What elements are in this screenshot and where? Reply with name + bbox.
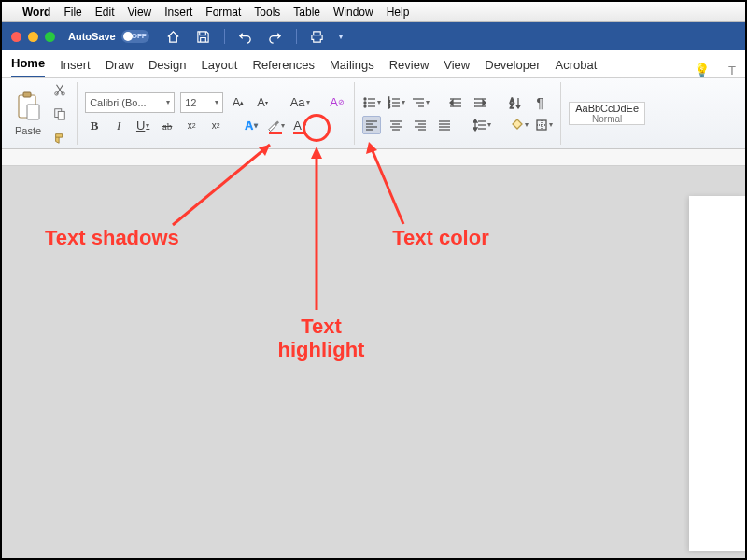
svg-line-63 (371, 147, 403, 224)
annotation-arrow-color (2, 2, 747, 560)
